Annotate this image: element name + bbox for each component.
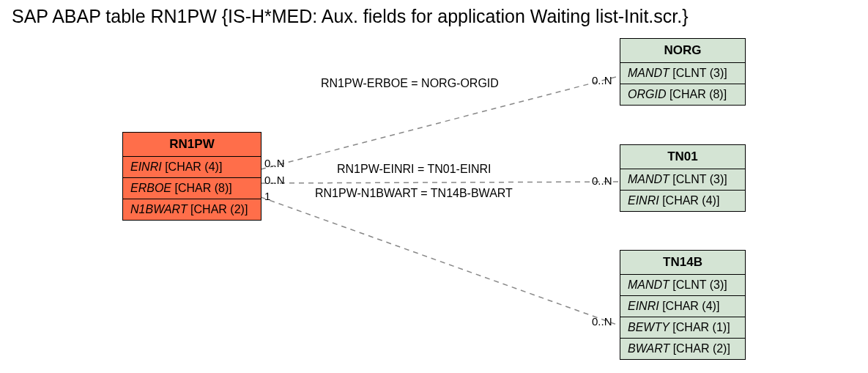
field-name: MANDT <box>628 173 669 185</box>
field-type: [CHAR (8)] <box>174 182 231 194</box>
entity-tn01: TN01 MANDT [CLNT (3)] EINRI [CHAR (4)] <box>620 144 746 212</box>
field-name: BWART <box>628 342 669 355</box>
entity-tn14b: TN14B MANDT [CLNT (3)] EINRI [CHAR (4)] … <box>620 250 746 360</box>
entity-norg-field-1: ORGID [CHAR (8)] <box>620 84 745 105</box>
entity-norg-field-0: MANDT [CLNT (3)] <box>620 63 745 84</box>
field-name: ORGID <box>628 88 666 100</box>
card-right-2: 0..N <box>592 174 612 187</box>
relation-label-3: RN1PW-N1BWART = TN14B-BWART <box>315 187 513 200</box>
field-name: MANDT <box>628 278 669 291</box>
field-name: EINRI <box>628 300 659 312</box>
field-type: [CLNT (3)] <box>672 173 727 185</box>
field-name: N1BWART <box>130 203 188 215</box>
relation-label-2: RN1PW-EINRI = TN01-EINRI <box>337 163 492 176</box>
entity-tn01-field-1: EINRI [CHAR (4)] <box>620 191 745 211</box>
card-left-1: 0..N <box>264 157 285 169</box>
field-type: [CHAR (4)] <box>662 300 719 312</box>
field-name: EINRI <box>130 160 162 173</box>
field-name: ERBOE <box>130 182 171 194</box>
card-left-3: 1 <box>264 190 270 202</box>
field-name: BEWTY <box>628 321 669 333</box>
field-type: [CHAR (2)] <box>673 342 730 355</box>
field-type: [CLNT (3)] <box>672 278 727 291</box>
svg-line-0 <box>261 76 619 169</box>
field-type: [CHAR (4)] <box>165 160 222 173</box>
entity-rn1pw-header: RN1PW <box>123 133 261 157</box>
entity-tn14b-field-3: BWART [CHAR (2)] <box>620 339 745 359</box>
card-right-1: 0..N <box>592 74 612 86</box>
entity-rn1pw-field-2: N1BWART [CHAR (2)] <box>123 199 261 220</box>
card-left-2: 0..N <box>264 174 285 186</box>
entity-rn1pw-field-1: ERBOE [CHAR (8)] <box>123 178 261 199</box>
entity-tn14b-field-1: EINRI [CHAR (4)] <box>620 296 745 317</box>
field-type: [CLNT (3)] <box>672 67 727 79</box>
entity-tn01-header: TN01 <box>620 145 745 169</box>
field-name: MANDT <box>628 67 669 79</box>
relation-label-1: RN1PW-ERBOE = NORG-ORGID <box>321 77 499 90</box>
entity-rn1pw-field-0: EINRI [CHAR (4)] <box>123 157 261 178</box>
entity-norg-header: NORG <box>620 39 745 63</box>
page-title: SAP ABAP table RN1PW {IS-H*MED: Aux. fie… <box>12 6 689 27</box>
entity-rn1pw: RN1PW EINRI [CHAR (4)] ERBOE [CHAR (8)] … <box>122 132 261 221</box>
field-type: [CHAR (1)] <box>672 321 730 333</box>
field-type: [CHAR (4)] <box>662 194 719 207</box>
entity-tn14b-header: TN14B <box>620 251 745 275</box>
card-right-3: 0..N <box>592 315 612 328</box>
entity-tn14b-field-2: BEWTY [CHAR (1)] <box>620 317 745 339</box>
field-type: [CHAR (2)] <box>190 203 248 215</box>
field-name: EINRI <box>628 194 659 207</box>
entity-tn14b-field-0: MANDT [CLNT (3)] <box>620 275 745 296</box>
entity-norg: NORG MANDT [CLNT (3)] ORGID [CHAR (8)] <box>620 38 746 106</box>
svg-line-1 <box>261 182 619 183</box>
field-type: [CHAR (8)] <box>669 88 727 100</box>
entity-tn01-field-0: MANDT [CLNT (3)] <box>620 169 745 191</box>
svg-line-2 <box>261 197 619 325</box>
